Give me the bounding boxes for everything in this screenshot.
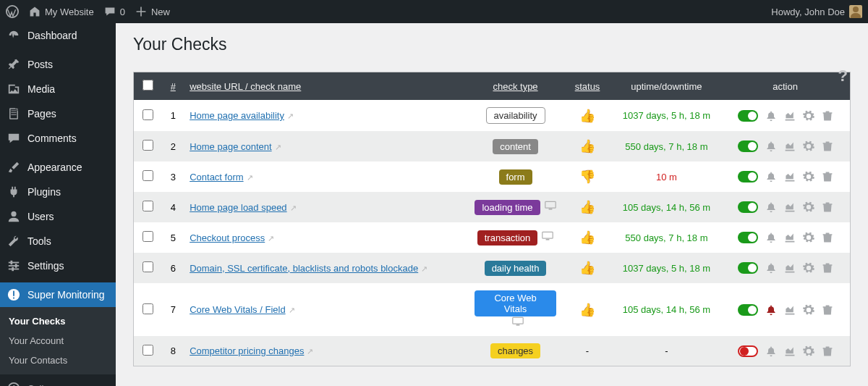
new-link[interactable]: New: [135, 6, 170, 17]
gear-icon[interactable]: [803, 345, 814, 357]
check-name-link[interactable]: Checkout process: [190, 232, 265, 243]
chart-icon[interactable]: [784, 232, 796, 243]
enable-toggle[interactable]: [738, 171, 758, 182]
check-name-link[interactable]: Home page content: [190, 141, 271, 152]
thumbs-up-icon: 👍: [579, 261, 595, 275]
chart-icon[interactable]: [784, 304, 796, 316]
table-row: 1Home page availability↗availability👍103…: [134, 100, 851, 131]
gear-icon[interactable]: [803, 171, 814, 182]
check-name-link[interactable]: Core Web Vitals / Field: [190, 304, 285, 315]
col-status[interactable]: status: [575, 81, 600, 92]
chart-icon[interactable]: [784, 262, 796, 274]
row-checkbox[interactable]: [142, 109, 153, 120]
uptime-cell: -: [613, 336, 720, 366]
brush-icon: [7, 161, 20, 174]
enable-toggle[interactable]: [738, 304, 758, 316]
trash-icon[interactable]: [822, 232, 833, 243]
bell-icon[interactable]: [765, 232, 777, 243]
gear-icon[interactable]: [803, 140, 814, 152]
svg-rect-7: [9, 262, 19, 264]
enable-toggle[interactable]: [738, 262, 758, 274]
bell-icon[interactable]: [765, 110, 777, 122]
check-name-link[interactable]: Contact form: [190, 172, 243, 182]
trash-icon[interactable]: [822, 262, 833, 274]
chart-icon[interactable]: [784, 171, 796, 182]
check-name-link[interactable]: Home page load speed: [190, 202, 286, 213]
collapse-menu[interactable]: Collapse menu: [0, 374, 116, 386]
bell-icon[interactable]: [765, 345, 777, 357]
gear-icon[interactable]: [803, 110, 814, 122]
row-checkbox[interactable]: [142, 231, 153, 242]
chart-icon[interactable]: [784, 140, 796, 152]
gear-icon[interactable]: [803, 232, 814, 243]
bell-icon[interactable]: [765, 304, 777, 316]
chart-icon[interactable]: [784, 345, 796, 357]
submenu-item-your-checks[interactable]: Your Checks: [0, 311, 116, 331]
table-row: 8Competitor pricing changes↗changes--: [134, 336, 851, 366]
col-number[interactable]: #: [171, 81, 176, 92]
check-name-link[interactable]: Domain, SSL certificate, blacklists and …: [190, 263, 418, 274]
sidebar-item-settings[interactable]: Settings: [0, 253, 116, 278]
sidebar-item-users[interactable]: Users: [0, 204, 116, 229]
enable-toggle[interactable]: [738, 201, 758, 213]
help-icon[interactable]: ?: [838, 67, 848, 85]
site-link[interactable]: My Website: [29, 6, 94, 17]
svg-rect-3: [11, 111, 16, 112]
bell-icon[interactable]: [765, 140, 777, 152]
row-checkbox[interactable]: [142, 140, 153, 151]
trash-icon[interactable]: [822, 201, 833, 213]
row-number: 6: [162, 253, 184, 283]
row-checkbox[interactable]: [142, 201, 153, 211]
howdy-link[interactable]: Howdy, John Doe: [771, 5, 862, 18]
wp-logo[interactable]: [6, 5, 19, 18]
collapse-label: Collapse menu: [27, 383, 90, 387]
sidebar-item-super-monitoring[interactable]: Super Monitoring: [0, 282, 116, 307]
bell-icon[interactable]: [765, 262, 777, 274]
sidebar-item-dashboard[interactable]: Dashboard: [0, 23, 116, 48]
sidebar-item-plugins[interactable]: Plugins: [0, 180, 116, 204]
enable-toggle[interactable]: [738, 345, 758, 357]
enable-toggle[interactable]: [738, 110, 758, 122]
chart-icon[interactable]: [784, 201, 796, 213]
trash-icon[interactable]: [822, 304, 833, 316]
comment-icon: [7, 132, 20, 145]
comments-link[interactable]: 0: [104, 6, 125, 17]
row-checkbox[interactable]: [142, 345, 153, 356]
submenu-item-your-account[interactable]: Your Account: [0, 331, 116, 351]
gear-icon[interactable]: [803, 201, 814, 213]
row-number: 7: [162, 283, 184, 336]
bell-icon[interactable]: [765, 201, 777, 213]
sidebar-item-appearance[interactable]: Appearance: [0, 155, 116, 180]
bell-icon[interactable]: [765, 171, 777, 182]
svg-rect-20: [546, 239, 550, 240]
trash-icon[interactable]: [822, 140, 833, 152]
chart-icon[interactable]: [784, 110, 796, 122]
row-number: 2: [162, 131, 184, 161]
col-type[interactable]: check type: [493, 81, 537, 92]
check-name-link[interactable]: Competitor pricing changes: [190, 345, 304, 356]
sidebar-item-comments[interactable]: Comments: [0, 126, 116, 151]
sidebar-item-tools[interactable]: Tools: [0, 229, 116, 253]
svg-rect-14: [13, 291, 14, 296]
row-checkbox[interactable]: [142, 170, 153, 181]
row-checkbox[interactable]: [142, 303, 153, 314]
sidebar-item-media[interactable]: Media: [0, 77, 116, 101]
trash-icon[interactable]: [822, 171, 833, 182]
submenu-item-your-contacts[interactable]: Your Contacts: [0, 351, 116, 370]
enable-toggle[interactable]: [738, 140, 758, 152]
sidebar-item-pages[interactable]: Pages: [0, 101, 116, 126]
sidebar-item-posts[interactable]: Posts: [0, 52, 116, 77]
thumbs-up-icon: 👍: [579, 230, 595, 245]
enable-toggle[interactable]: [738, 232, 758, 243]
select-all-checkbox[interactable]: [142, 80, 153, 91]
sidebar-item-label: Comments: [27, 133, 77, 144]
submenu: Your ChecksYour AccountYour Contacts: [0, 307, 116, 374]
col-name[interactable]: website URL / check name: [190, 81, 301, 92]
trash-icon[interactable]: [822, 345, 833, 357]
trash-icon[interactable]: [822, 110, 833, 122]
check-name-link[interactable]: Home page availability: [190, 110, 284, 121]
row-checkbox[interactable]: [142, 261, 153, 272]
gear-icon[interactable]: [803, 304, 814, 316]
row-number: 1: [162, 100, 184, 131]
gear-icon[interactable]: [803, 262, 814, 274]
